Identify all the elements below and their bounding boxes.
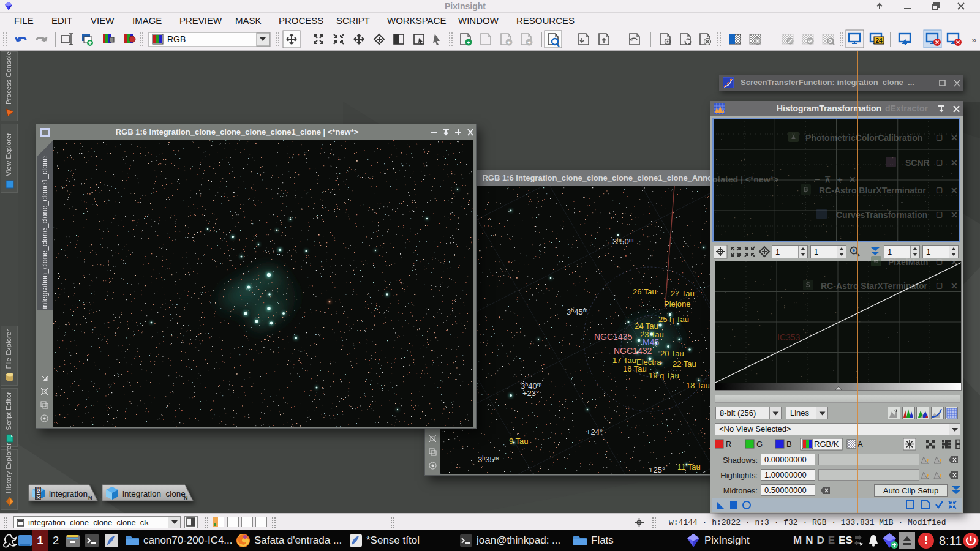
svg-text:22 Tau: 22 Tau — [673, 359, 696, 369]
svg-text:XISF: XISF — [35, 486, 42, 499]
svg-text:NGC1435: NGC1435 — [594, 332, 632, 342]
svg-text:24: 24 — [875, 37, 883, 44]
svg-text:+: + — [467, 40, 470, 46]
svg-text:RGB/K: RGB/K — [814, 440, 839, 449]
svg-text:Pleione: Pleione — [664, 299, 690, 309]
svg-text:B: B — [786, 440, 792, 449]
svg-text:24 Tau: 24 Tau — [635, 321, 658, 331]
svg-text:+23°: +23° — [522, 389, 539, 398]
svg-text:integration_clone: integration_clone — [123, 489, 186, 498]
svg-text:20 Tau: 20 Tau — [660, 349, 684, 358]
svg-text:16 Tau: 16 Tau — [623, 364, 647, 373]
svg-text:N: N — [184, 495, 188, 501]
svg-text:»: » — [971, 34, 976, 45]
svg-text:N: N — [88, 495, 92, 501]
svg-text:NGC1432: NGC1432 — [614, 346, 652, 356]
svg-text:+24°: +24° — [586, 427, 603, 437]
svg-text:+25°: +25° — [649, 465, 665, 474]
svg-text:9 Tau: 9 Tau — [509, 437, 529, 446]
svg-text:19 q Tau: 19 q Tau — [649, 371, 679, 380]
svg-text:+: + — [507, 40, 510, 46]
svg-text:A: A — [858, 440, 863, 449]
svg-text:integration: integration — [49, 489, 88, 498]
svg-text:+: + — [527, 40, 530, 46]
svg-text:18 Tau: 18 Tau — [686, 381, 710, 390]
svg-text:27 Tau: 27 Tau — [671, 289, 695, 298]
svg-text:26 Tau: 26 Tau — [633, 287, 657, 296]
svg-text:G: G — [756, 440, 763, 449]
svg-text:RGB: RGB — [167, 34, 186, 44]
svg-text:R: R — [726, 440, 731, 449]
svg-text:25 η Tau: 25 η Tau — [658, 315, 689, 324]
svg-text:11 Tau: 11 Tau — [677, 462, 701, 471]
svg-text:17 Tau: 17 Tau — [612, 356, 636, 365]
